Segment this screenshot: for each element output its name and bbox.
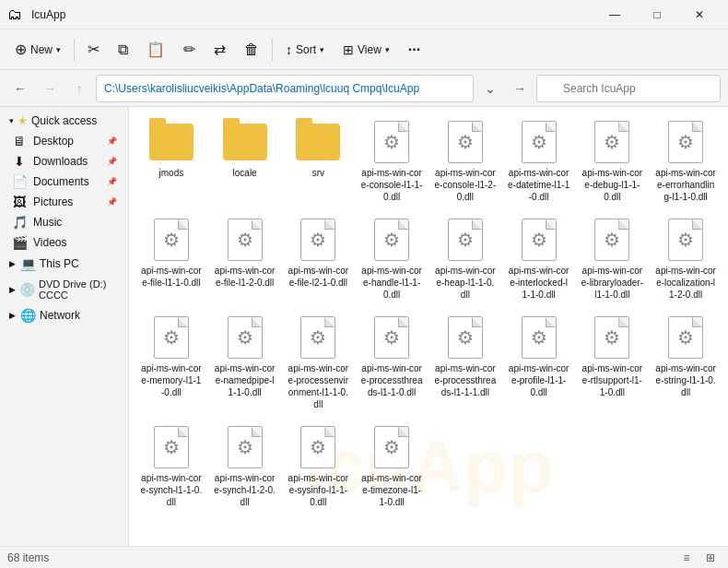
address-chevron[interactable]: ⌄ (477, 76, 503, 101)
file-label-dll22: api-ms-win-core-synch-l1-1-0.dll (140, 472, 203, 508)
this-pc-header[interactable]: ▶ 💻 This PC (4, 253, 124, 275)
search-input[interactable] (536, 75, 721, 102)
minimize-button[interactable]: — (593, 0, 636, 30)
dll-icon-4: ⚙ (590, 120, 634, 164)
file-dll5[interactable]: ⚙ api-ms-win-core-errorhandling-l1-1-0.d… (651, 114, 721, 208)
addressbar: ← → ↑ ⌄ → 🔍 (0, 70, 728, 107)
grid-view-button[interactable]: ⊞ (700, 549, 721, 567)
file-dll22[interactable]: ⚙ api-ms-win-core-synch-l1-1-0.dll (136, 420, 206, 514)
sidebar-item-pictures[interactable]: 🖼 Pictures 📌 (4, 192, 124, 212)
toolbar: ⊕ New ▾ ✂ ⧉ 📋 ✏ ⇄ 🗑 ↕ Sort ▾ ⊞ View ▾ ··… (0, 30, 728, 70)
cut-button[interactable]: ✂ (80, 37, 107, 62)
file-dll3[interactable]: ⚙ api-ms-win-core-datetime-l1-1-0.dll (504, 114, 574, 208)
dvd-header[interactable]: ▶ 💿 DVD Drive (D:) CCCC (4, 275, 124, 304)
file-dll15[interactable]: ⚙ api-ms-win-core-namedpipe-l1-1-0.dll (210, 310, 280, 416)
file-dll19[interactable]: ⚙ api-ms-win-core-profile-l1-1-0.dll (504, 310, 574, 416)
file-dll1[interactable]: ⚙ api-ms-win-core-console-l1-1-0.dll (357, 114, 427, 208)
dll-icon-6: ⚙ (149, 218, 194, 262)
file-label-dll23: api-ms-win-core-synch-l1-2-0.dll (214, 472, 276, 508)
network-header[interactable]: ▶ 🌐 Network (4, 304, 124, 326)
dll-icon-12: ⚙ (590, 218, 634, 262)
file-dll20[interactable]: ⚙ api-ms-win-core-rtlsupport-l1-1-0.dll (578, 310, 648, 416)
file-dll24[interactable]: ⚙ api-ms-win-core-sysinfo-l1-1-0.dll (284, 420, 354, 514)
folder-locale[interactable]: locale (210, 114, 280, 208)
rename-button[interactable]: ✏ (176, 37, 203, 62)
file-dll2[interactable]: ⚙ api-ms-win-core-console-l1-2-0.dll (430, 114, 500, 208)
file-dll7[interactable]: ⚙ api-ms-win-core-file-l1-2-0.dll (210, 212, 280, 306)
item-count: 68 items (7, 551, 49, 564)
back-button[interactable]: ← (7, 76, 33, 101)
new-label: New (30, 43, 53, 56)
sidebar-videos-label: Videos (33, 236, 66, 249)
quick-access-header[interactable]: ▾ ★ Quick access (4, 111, 124, 131)
dvd-label: DVD Drive (D:) CCCC (39, 278, 119, 301)
quick-access-chevron-icon: ▾ (9, 116, 14, 125)
address-go[interactable]: → (507, 76, 533, 101)
file-dll17[interactable]: ⚙ api-ms-win-core-processthreads-l1-1-0.… (357, 310, 427, 416)
quick-access-star-icon: ★ (18, 114, 28, 127)
this-pc-expand-icon: ▶ (9, 259, 16, 268)
dll-icon-18: ⚙ (443, 315, 487, 360)
sidebar-item-videos[interactable]: 🎬 Videos (4, 232, 124, 253)
dll-icon-10: ⚙ (443, 218, 487, 262)
file-dll6[interactable]: ⚙ api-ms-win-core-file-l1-1-0.dll (136, 212, 206, 306)
view-label: View (358, 43, 382, 56)
paste-button[interactable]: 📋 (139, 37, 172, 62)
file-dll21[interactable]: ⚙ api-ms-win-core-string-l1-1-0.dll (651, 310, 721, 416)
file-dll16[interactable]: ⚙ api-ms-win-core-processenvironment-l1-… (284, 310, 354, 416)
main-area: ▾ ★ Quick access 🖥 Desktop 📌 ⬇ Downloads… (0, 107, 728, 546)
folder-jmods[interactable]: jmods (136, 114, 206, 208)
pin-icon: 📌 (107, 136, 117, 146)
file-dll8[interactable]: ⚙ api-ms-win-core-file-l2-1-0.dll (284, 212, 354, 306)
file-label-dll15: api-ms-win-core-namedpipe-l1-1-0.dll (214, 362, 276, 398)
view-icon: ⊞ (343, 42, 354, 57)
file-dll4[interactable]: ⚙ api-ms-win-core-debug-l1-1-0.dll (578, 114, 648, 208)
network-expand-icon: ▶ (9, 311, 16, 320)
file-dll12[interactable]: ⚙ api-ms-win-core-libraryloader-l1-1-0.d… (578, 212, 648, 306)
folder-icon-srv (296, 120, 340, 164)
file-dll10[interactable]: ⚙ api-ms-win-core-heap-l1-1-0.dll (430, 212, 500, 306)
sidebar-item-desktop[interactable]: 🖥 Desktop 📌 (4, 131, 124, 151)
pin-icon-3: 📌 (107, 177, 117, 186)
view-button[interactable]: ⊞ View ▾ (335, 39, 397, 61)
folder-icon-jmods (149, 120, 194, 164)
sidebar-item-music[interactable]: 🎵 Music (4, 212, 124, 232)
share-button[interactable]: ⇄ (206, 37, 233, 62)
titlebar-controls: — □ ✕ (593, 0, 721, 30)
file-dll11[interactable]: ⚙ api-ms-win-core-interlocked-l1-1-0.dll (504, 212, 574, 306)
cut-icon: ✂ (88, 41, 100, 58)
list-view-button[interactable]: ≡ (676, 549, 697, 567)
up-button[interactable]: ↑ (66, 76, 92, 101)
sort-button[interactable]: ↕ Sort ▾ (278, 39, 332, 61)
more-button[interactable]: ··· (401, 38, 428, 62)
copy-icon: ⧉ (118, 41, 128, 58)
folder-label-jmods: jmods (159, 167, 184, 179)
sidebar-desktop-label: Desktop (33, 135, 74, 148)
close-button[interactable]: ✕ (678, 0, 721, 30)
file-dll23[interactable]: ⚙ api-ms-win-core-synch-l1-2-0.dll (210, 420, 280, 514)
dll-icon-5: ⚙ (663, 120, 708, 164)
file-dll18[interactable]: ⚙ api-ms-win-core-processthreads-l1-1-1.… (430, 310, 500, 416)
address-input[interactable] (96, 75, 474, 102)
file-dll25[interactable]: ⚙ api-ms-win-core-timezone-l1-1-0.dll (357, 420, 427, 514)
delete-button[interactable]: 🗑 (237, 38, 266, 62)
computer-icon: 💻 (19, 256, 36, 271)
sidebar-item-downloads[interactable]: ⬇ Downloads 📌 (4, 151, 124, 172)
sidebar-downloads-label: Downloads (33, 155, 88, 168)
dll-icon-24: ⚙ (296, 425, 340, 469)
file-label-dll12: api-ms-win-core-libraryloader-l1-1-0.dll (581, 265, 644, 301)
file-dll9[interactable]: ⚙ api-ms-win-core-handle-l1-1-0.dll (357, 212, 427, 306)
sidebar-item-documents[interactable]: 📄 Documents 📌 (4, 172, 124, 192)
copy-button[interactable]: ⧉ (111, 38, 135, 62)
dll-icon-3: ⚙ (517, 120, 561, 164)
forward-button[interactable]: → (37, 76, 63, 101)
maximize-button[interactable]: □ (636, 0, 678, 30)
file-dll13[interactable]: ⚙ api-ms-win-core-localization-l1-2-0.dl… (651, 212, 721, 306)
sort-icon: ↕ (286, 42, 292, 57)
file-dll14[interactable]: ⚙ api-ms-win-core-memory-l1-1-0.dll (136, 310, 206, 416)
new-button[interactable]: ⊕ New ▾ (7, 37, 68, 62)
file-grid: jmods locale srv ⚙ api-ms-win-core-conso… (136, 114, 721, 514)
new-chevron-icon: ▾ (56, 45, 61, 54)
delete-icon: 🗑 (244, 41, 259, 58)
folder-srv[interactable]: srv (284, 114, 354, 208)
